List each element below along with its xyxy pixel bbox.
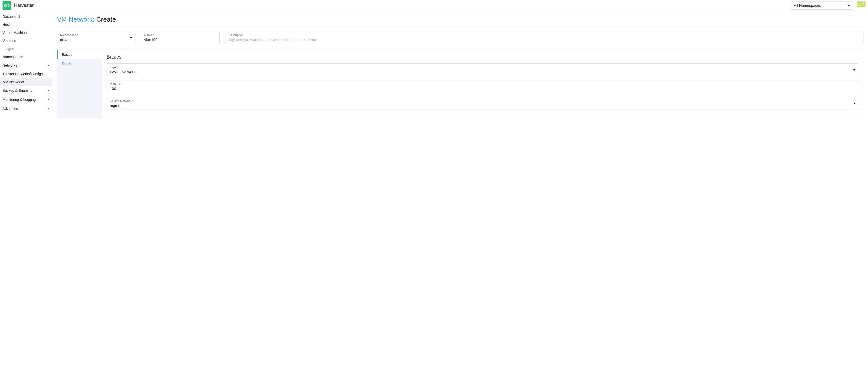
required-indicator: *	[117, 66, 118, 69]
sidebar-item-label: Volumes	[2, 39, 16, 43]
tab-label: Basics	[62, 53, 72, 57]
breadcrumb[interactable]: VM Network:	[57, 15, 94, 23]
layout: Dashboard Hosts Virtual Machines Volumes…	[0, 11, 868, 375]
field-label: Cluster Network *	[110, 99, 133, 103]
sidebar-item-label: Images	[2, 47, 14, 51]
sidebar-item-dashboard[interactable]: Dashboard	[0, 12, 52, 21]
chevron-down-icon	[853, 103, 856, 104]
chevron-down-icon	[48, 99, 50, 100]
sidebar-item-volumes[interactable]: Volumes	[0, 37, 52, 45]
sidebar-item-images[interactable]: Images	[0, 45, 52, 53]
header-left: Harvester	[2, 1, 34, 10]
sidebar-item-vm-networks[interactable]: VM Networks	[0, 78, 52, 86]
config-panel: Basics Route Basics Type * L2VlanNetwork…	[57, 50, 864, 118]
sidebar-group-networks[interactable]: Networks	[0, 61, 52, 70]
field-label: Name *	[144, 33, 216, 37]
vlan-id-field[interactable]: Vlan ID *	[106, 80, 859, 93]
required-indicator: *	[77, 33, 78, 37]
tab-label: Route	[62, 62, 71, 66]
cluster-network-field[interactable]: Cluster Network * mgmt	[106, 97, 859, 110]
section-title: Basics	[106, 54, 859, 60]
harvester-icon	[4, 2, 10, 8]
chevron-down-icon	[848, 5, 850, 6]
top-form-row: Namespace * default Name * Description	[57, 31, 864, 44]
app-header: Harvester All Namespaces	[0, 0, 868, 11]
app-logo[interactable]	[2, 1, 11, 10]
page-title-text: Create	[96, 15, 116, 23]
sidebar-item-label: Cluster Networks/Configs	[3, 72, 43, 76]
description-field[interactable]: Description	[225, 31, 864, 44]
name-input[interactable]	[144, 37, 216, 42]
chevron-down-icon	[853, 69, 856, 71]
name-field[interactable]: Name *	[141, 31, 220, 44]
sidebar-item-namespaces[interactable]: Namespaces	[0, 53, 52, 61]
main-content: VM Network: Create Namespace * default N…	[52, 11, 868, 375]
type-field[interactable]: Type * L2VlanNetwork	[106, 63, 859, 76]
tab-content: Basics Type * L2VlanNetwork Vlan ID * Cl…	[102, 50, 864, 118]
sidebar-item-label: Backup & Snapshot	[2, 89, 33, 93]
sidebar-item-label: Advanced	[2, 106, 18, 111]
sidebar: Dashboard Hosts Virtual Machines Volumes…	[0, 11, 52, 375]
sidebar-group-advanced[interactable]: Advanced	[0, 104, 52, 113]
namespace-selector-value: All Namespaces	[794, 3, 821, 7]
sidebar-item-label: Hosts	[2, 23, 11, 27]
chevron-up-icon	[48, 65, 50, 66]
page-title: VM Network: Create	[57, 15, 864, 23]
field-label: Type *	[110, 66, 135, 69]
namespace-value: default	[60, 37, 78, 42]
tab-route[interactable]: Route	[57, 59, 102, 68]
sidebar-item-label: Monitoring & Logging	[2, 97, 36, 101]
sidebar-item-cluster-networks[interactable]: Cluster Networks/Configs	[0, 70, 52, 78]
sidebar-item-label: Dashboard	[2, 14, 20, 19]
field-label: Namespace *	[60, 33, 78, 37]
divider	[57, 28, 864, 28]
required-indicator: *	[132, 99, 133, 103]
type-value: L2VlanNetwork	[110, 69, 135, 74]
user-avatar[interactable]	[858, 1, 866, 9]
sidebar-group-backup[interactable]: Backup & Snapshot	[0, 86, 52, 95]
chevron-down-icon	[48, 90, 50, 91]
sidebar-group-monitoring[interactable]: Monitoring & Logging	[0, 95, 52, 104]
cluster-network-value: mgmt	[110, 103, 133, 107]
sidebar-item-label: Namespaces	[2, 55, 23, 59]
brand-name: Harvester	[14, 3, 34, 8]
required-indicator: *	[121, 83, 122, 86]
namespace-field[interactable]: Namespace * default	[57, 31, 135, 44]
chevron-down-icon	[48, 108, 50, 110]
required-indicator: *	[153, 33, 154, 37]
sidebar-item-label: Virtual Machines	[2, 31, 28, 35]
field-label: Description	[228, 33, 860, 37]
description-input[interactable]	[228, 37, 860, 42]
header-right: All Namespaces	[790, 1, 866, 9]
tab-basics[interactable]: Basics	[57, 50, 102, 59]
chevron-down-icon	[130, 37, 132, 38]
sidebar-item-label: Networks	[2, 63, 17, 67]
sidebar-item-hosts[interactable]: Hosts	[0, 21, 52, 29]
tabs: Basics Route	[57, 50, 102, 118]
sidebar-item-label: VM Networks	[3, 80, 24, 84]
sidebar-item-virtual-machines[interactable]: Virtual Machines	[0, 29, 52, 37]
field-label: Vlan ID *	[110, 83, 856, 86]
vlan-id-input[interactable]	[110, 86, 856, 91]
namespace-selector[interactable]: All Namespaces	[790, 1, 853, 9]
